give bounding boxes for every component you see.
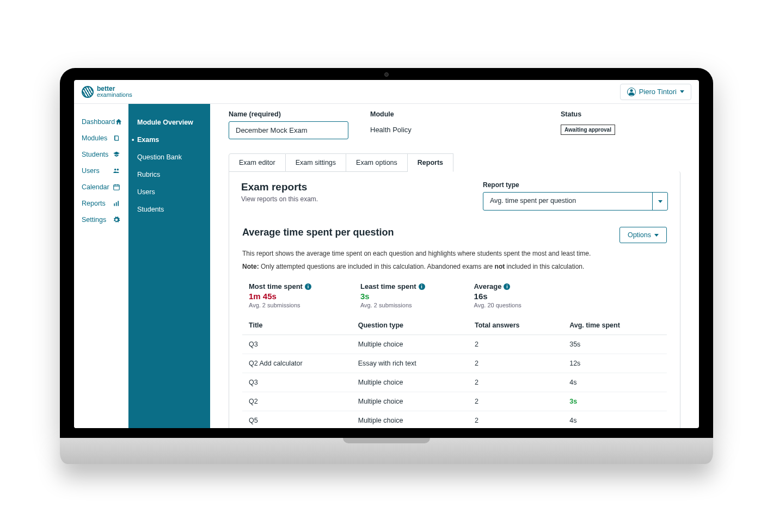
bars-icon [113,200,120,207]
nav2-exams[interactable]: Exams [128,131,210,149]
name-label: Name (required) [229,110,348,118]
cell-type: Essay with rich text [352,354,468,373]
nav-dashboard[interactable]: Dashboard [74,114,128,130]
nav-label: Users [82,167,113,175]
svg-rect-2 [114,185,120,190]
report-card: Average time spent per question Options … [241,225,668,428]
chevron-down-icon [654,234,659,237]
laptop-base [60,438,713,464]
nav2-label: Exams [137,136,159,144]
exam-meta: Name (required) December Mock Exam Modul… [229,110,680,139]
nav-users[interactable]: Users [74,163,128,179]
table-row[interactable]: Q5Multiple choice24s [242,411,667,429]
col-type[interactable]: Question type [352,316,468,335]
report-options-button[interactable]: Options [619,227,667,243]
laptop-camera [384,72,389,77]
table-row[interactable]: Q3Multiple choice24s [242,373,667,392]
svg-rect-4 [116,202,117,206]
exam-name-input[interactable]: December Mock Exam [229,121,348,139]
reports-panel: Exam reports View reports on this exam. … [229,171,680,428]
tab-reports[interactable]: Reports [408,153,453,172]
cell-title: Q3 [242,335,352,354]
brand-text: better examinations [97,85,132,98]
stat-most-value: 1m 45s [249,292,311,301]
nav2-question-bank[interactable]: Question Bank [128,149,210,166]
nav-label: Settings [82,216,113,224]
home-icon [115,118,122,126]
cell-type: Multiple choice [352,373,468,392]
info-icon[interactable]: i [419,283,425,290]
col-title[interactable]: Title [242,316,352,335]
note-b: included in this calculation. [505,263,584,270]
stat-least-title: Least time spent [360,282,416,290]
cell-title: Q2 [242,392,352,411]
nav-reports[interactable]: Reports [74,195,128,212]
stat-avg-sub: Avg. 20 questions [474,302,522,308]
chevron-down-icon [658,200,662,203]
book-icon [113,134,120,142]
cell-title: Q3 [242,373,352,392]
brand-logo-icon [82,86,94,98]
info-icon[interactable]: i [305,283,311,290]
note-bold: not [495,263,505,270]
tab-exam-editor[interactable]: Exam editor [229,153,286,172]
cell-title: Q5 [242,411,352,429]
cell-title: Q2 Add calculator [242,354,352,373]
gear-icon [113,216,120,224]
panel-subtitle: View reports on this exam. [241,195,318,203]
nav-label: Calendar [82,183,113,191]
tab-exam-sittings[interactable]: Exam sittings [286,153,346,172]
cell-answers: 2 [468,411,563,429]
stat-avg: Averagei 16s Avg. 20 questions [474,282,522,308]
nav2-title[interactable]: Module Overview [128,114,210,131]
nav-students[interactable]: Students [74,146,128,163]
nav-label: Students [82,151,113,158]
module-value: Health Policy [370,121,539,134]
stat-avg-title: Average [474,282,502,290]
brand[interactable]: better examinations [82,85,132,98]
report-type-value: Avg. time spent per question [483,193,652,210]
nav2-label: Rubrics [137,171,160,178]
primary-nav: Dashboard Modules Students [74,104,128,428]
avatar-icon [627,88,636,96]
nav2-label: Users [137,188,155,196]
report-type-label: Report type [483,181,668,189]
table-row[interactable]: Q3Multiple choice235s [242,335,667,354]
col-answers[interactable]: Total answers [468,316,563,335]
cell-time: 4s [563,373,667,392]
select-toggle[interactable] [652,193,667,210]
nav2-label: Students [137,206,164,213]
stat-most: Most time spenti 1m 45s Avg. 2 submissio… [249,282,311,308]
svg-rect-5 [118,201,119,206]
cell-time: 12s [563,354,667,373]
col-time[interactable]: Avg. time spent [563,316,667,335]
table-row[interactable]: Q2Multiple choice23s [242,392,667,411]
stat-most-title: Most time spent [249,282,303,290]
status-badge: Awaiting approval [561,125,615,135]
nav2-students[interactable]: Students [128,201,210,218]
report-stats: Most time spenti 1m 45s Avg. 2 submissio… [242,282,667,308]
svg-rect-3 [114,203,115,206]
stat-least-value: 3s [360,292,425,301]
nav-settings[interactable]: Settings [74,212,128,228]
svg-point-1 [117,169,119,171]
secondary-nav: Module Overview Exams Question Bank Rubr… [128,104,210,428]
info-icon[interactable]: i [504,283,510,290]
report-type-select[interactable]: Avg. time spent per question [483,192,668,211]
nav2-users[interactable]: Users [128,183,210,201]
nav-modules[interactable]: Modules [74,130,128,146]
brand-line2: examinations [97,92,132,98]
nav-calendar[interactable]: Calendar [74,179,128,195]
topbar: better examinations Piero Tintori [74,80,699,104]
table-row[interactable]: Q2 Add calculatorEssay with rich text212… [242,354,667,373]
user-menu[interactable]: Piero Tintori [620,84,691,100]
nav2-rubrics[interactable]: Rubrics [128,166,210,183]
cell-time: 3s [563,392,667,411]
exam-tabs: Exam editor Exam sittings Exam options R… [229,153,680,172]
tab-exam-options[interactable]: Exam options [346,153,408,172]
users-icon [113,167,120,175]
cell-answers: 2 [468,373,563,392]
user-name: Piero Tintori [639,88,677,96]
stat-least-sub: Avg. 2 submissions [360,302,425,308]
cell-type: Multiple choice [352,392,468,411]
